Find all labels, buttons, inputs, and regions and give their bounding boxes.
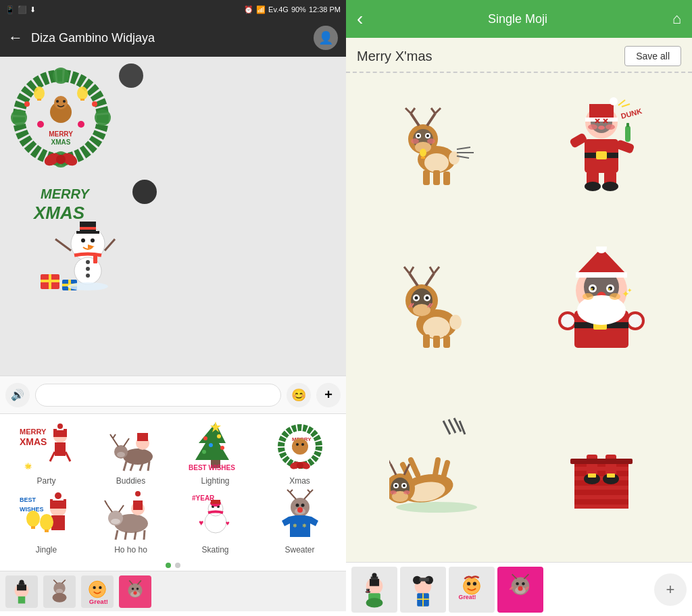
moji-pack-title: Merry X'mas (357, 49, 432, 64)
svg-line-101 (134, 532, 136, 540)
save-all-button[interactable]: Save all (624, 46, 681, 66)
svg-rect-195 (585, 118, 618, 122)
svg-rect-194 (589, 104, 614, 119)
svg-point-151 (137, 587, 139, 590)
sticker-item-lighting[interactable]: BEST WISHES Lighting (174, 419, 256, 486)
moji-cell-4[interactable]: ★ ★ ✦ ✦ (522, 240, 681, 361)
svg-point-7 (56, 155, 66, 164)
svg-line-56 (124, 461, 126, 471)
svg-text:MERRY: MERRY (41, 186, 91, 201)
svg-line-125 (290, 490, 293, 492)
sticker-thumb-jingle: BEST WISHES (16, 488, 77, 542)
moji-thumb-4-active[interactable] (497, 567, 543, 613)
svg-point-269 (395, 484, 397, 487)
sticker-xmas-wreath: MERRY XMAS (7, 63, 115, 174)
back-button[interactable]: ← (8, 29, 23, 47)
moji-cell-2[interactable]: DUNK (522, 78, 681, 200)
sticker-bottom-bar: Great! (0, 571, 346, 611)
sticker-item-xmas[interactable]: MERRY XMAS Xmas (259, 419, 341, 486)
moji-thumb-2[interactable] (400, 567, 446, 613)
moji-thumb-3[interactable]: Great! (449, 567, 495, 613)
svg-point-61 (117, 452, 125, 457)
svg-point-36 (86, 274, 90, 278)
sticker-bottom-1[interactable] (5, 575, 38, 608)
page-dot-1[interactable] (166, 563, 171, 568)
svg-line-32 (55, 239, 71, 251)
svg-point-130 (301, 504, 304, 507)
svg-text:♥: ♥ (226, 519, 230, 527)
svg-point-176 (420, 149, 426, 157)
svg-line-174 (435, 108, 441, 113)
svg-text:★: ★ (590, 287, 593, 291)
moji-thumb-1[interactable]: 🎩 (351, 567, 397, 613)
message-input[interactable] (35, 384, 281, 407)
svg-point-1 (53, 68, 69, 84)
svg-line-171 (405, 108, 411, 113)
svg-line-127 (310, 490, 313, 492)
svg-rect-280 (574, 486, 628, 490)
svg-rect-136 (17, 584, 26, 590)
sticker-thumb-hohoho (101, 488, 162, 542)
sticker-item-skating[interactable]: #YEAR ♥ ♥ Skating (174, 488, 256, 555)
sticker-thumb-xmas: MERRY XMAS (270, 419, 330, 473)
sticker-thumb-buddies (101, 419, 162, 473)
svg-rect-159 (443, 172, 450, 185)
svg-point-96 (40, 514, 53, 530)
svg-rect-48 (55, 442, 66, 456)
moji-cell-6[interactable] (522, 401, 681, 522)
moji-cell-5[interactable] (357, 401, 516, 522)
right-home-button[interactable]: ⌂ (672, 10, 681, 28)
svg-point-249 (577, 295, 626, 325)
svg-point-19 (78, 121, 84, 128)
svg-rect-67 (137, 433, 148, 441)
sticker-bottom-4[interactable] (119, 575, 151, 608)
sticker-bottom-3[interactable]: Great! (81, 575, 114, 608)
svg-point-274 (390, 490, 397, 494)
svg-point-215 (413, 304, 430, 316)
svg-text:XMAS: XMAS (32, 203, 85, 223)
svg-point-196 (610, 97, 618, 105)
svg-line-53 (66, 452, 70, 461)
emoji-button[interactable]: 😊 (287, 383, 311, 407)
svg-text:XMAS: XMAS (20, 436, 47, 447)
sticker-label-lighting: Lighting (201, 476, 229, 486)
page-dot-2[interactable] (175, 563, 180, 568)
svg-line-254 (443, 421, 450, 434)
contact-avatar[interactable]: 👤 (314, 26, 338, 50)
svg-text:BEST: BEST (20, 496, 36, 503)
svg-point-168 (411, 138, 419, 144)
sticker-item-hohoho[interactable]: Ho ho ho (90, 488, 172, 555)
svg-point-93 (55, 492, 61, 499)
svg-line-141 (53, 580, 57, 583)
svg-point-138 (20, 580, 24, 584)
svg-point-83 (297, 462, 303, 469)
sticker-item-sweater[interactable]: ❄ ❄ Sweater (259, 488, 341, 555)
sticker-page-dots (0, 560, 346, 571)
svg-rect-95 (31, 526, 35, 529)
svg-rect-91 (50, 499, 66, 509)
sticker-bottom-2[interactable] (43, 575, 76, 608)
moji-add-button[interactable]: + (654, 573, 687, 606)
svg-rect-157 (423, 170, 430, 185)
svg-point-11 (63, 100, 66, 103)
sticker-item-jingle[interactable]: BEST WISHES Jingl (5, 488, 87, 555)
svg-point-104 (111, 519, 120, 524)
attach-button[interactable]: + (316, 383, 341, 407)
sticker-item-buddies[interactable]: Buddies (90, 419, 172, 486)
svg-point-202 (606, 124, 615, 130)
svg-text:Great!: Great! (89, 597, 108, 605)
svg-point-145 (93, 586, 95, 588)
svg-point-2 (11, 109, 27, 126)
input-bar: 🔊 😊 + (0, 376, 346, 413)
moji-cell-1[interactable] (357, 78, 516, 200)
moji-cell-3[interactable] (357, 240, 516, 361)
sticker-item-party[interactable]: MERRY XMAS 🌟 Party (5, 419, 87, 486)
svg-rect-135 (18, 596, 26, 604)
svg-point-10 (56, 100, 59, 103)
svg-point-143 (53, 592, 67, 602)
svg-rect-90 (51, 515, 65, 530)
svg-text:🌟: 🌟 (24, 462, 32, 470)
voice-button[interactable]: 🔊 (5, 383, 30, 407)
right-back-button[interactable]: ‹ (357, 8, 363, 30)
sticker-label-xmas: Xmas (289, 476, 310, 486)
